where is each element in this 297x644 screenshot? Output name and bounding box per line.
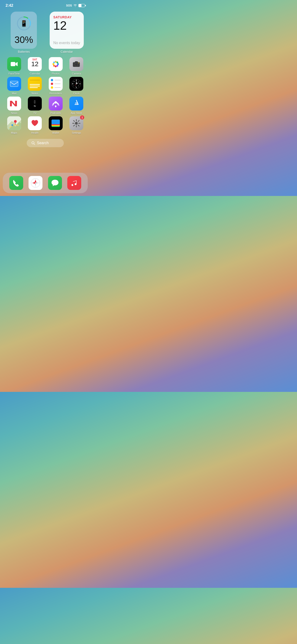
calendar-icon: SAT 12 [28,57,42,71]
camera-icon [69,57,83,71]
app-podcasts[interactable]: Podcasts [45,96,66,114]
battery-ring: 📱 [16,15,32,32]
appstore-icon [69,96,83,110]
news-label: News [11,112,17,114]
appstore-label: App Store [71,112,82,114]
svg-rect-3 [11,62,15,66]
app-settings[interactable]: 1 Settings [66,116,87,134]
search-label: Search [37,141,49,145]
app-health[interactable]: Health [24,116,45,134]
svg-point-33 [14,120,17,123]
calendar-widget[interactable]: SATURDAY 12 No events today [50,12,84,49]
sos-indicator: SOS [66,4,72,7]
app-maps[interactable]: Maps [4,116,24,134]
widgets-row: 📱 30% Batteries SATURDAY 12 No events to… [0,10,90,56]
svg-text:10: 10 [73,81,75,82]
svg-rect-9 [10,81,18,86]
battery-fill [79,4,81,7]
maps-label: Maps [11,132,17,134]
svg-line-45 [78,125,79,126]
podcasts-label: Podcasts [50,112,61,114]
svg-point-54 [35,182,36,184]
messages-icon [48,176,62,190]
svg-rect-38 [51,120,60,124]
app-camera[interactable]: Camera [66,57,87,75]
mail-label: Mail [12,92,16,95]
status-bar: 2:42 SOS [0,0,90,10]
svg-rect-30 [55,106,56,107]
calendar-date: 12 [53,20,80,32]
dock-phone[interactable] [9,176,23,190]
svg-text:7: 7 [73,85,74,86]
search-bar[interactable]: Search [27,139,64,147]
reminders-icon [49,77,63,91]
calendar-app-label: Calendar [30,72,40,75]
svg-text:4: 4 [78,85,79,86]
health-label: Health [31,132,38,134]
app-notes[interactable]: Notes [24,77,45,95]
app-tv[interactable]:  tv TV [24,96,45,114]
svg-point-27 [76,83,77,84]
search-bar-container: Search [0,135,90,150]
facetime-icon [7,57,21,71]
app-mail[interactable]: Mail [4,77,24,95]
facetime-label: FaceTime [8,72,20,75]
battery-percent: 30% [14,34,33,45]
app-photos[interactable]: Photos [45,57,66,75]
search-icon [31,141,35,145]
svg-text:9: 9 [73,83,73,84]
phone-icon [9,176,23,190]
mail-icon [7,77,21,91]
app-grid: FaceTime SAT 12 Calendar [0,56,90,135]
wallet-label: Wallet [52,132,59,134]
app-clock[interactable]: 12 1 3 4 6 7 9 10 Clock [66,77,87,95]
svg-text:1: 1 [78,81,79,82]
calendar-day: SATURDAY [53,15,80,19]
svg-text:6: 6 [76,86,76,87]
status-time: 2:42 [5,3,13,8]
health-icon [28,116,42,130]
dock [3,173,88,193]
svg-line-49 [34,144,35,145]
news-icon [7,96,21,110]
reminders-dots [49,78,62,90]
svg-point-8 [78,63,79,64]
dock-music[interactable] [67,176,81,190]
phone-battery-icon: 📱 [20,20,28,27]
podcasts-icon [49,96,63,110]
svg-point-7 [76,64,77,65]
svg-text:12: 12 [76,80,77,82]
app-wallet[interactable]: Wallet [45,116,66,134]
settings-badge: 1 [80,116,84,120]
svg-point-39 [75,122,78,125]
status-icons: SOS [66,4,85,7]
clock-icon: 12 1 3 4 6 7 9 10 [69,77,83,91]
wifi-icon [73,4,77,7]
calendar-label: Calendar [60,50,73,54]
batteries-label: Batteries [18,50,30,54]
clock-label: Clock [73,92,80,95]
svg-line-46 [78,120,79,122]
safari-icon [28,176,42,190]
photos-label: Photos [52,72,60,75]
app-appstore[interactable]: App Store [66,96,87,114]
music-icon [67,176,81,190]
app-reminders[interactable]: Reminders [45,77,66,95]
notes-icon [28,77,42,91]
camera-label: Camera [72,72,81,75]
tv-label: TV [33,112,36,114]
battery-icon [78,4,85,7]
calendar-no-events: No events today [53,41,80,45]
app-calendar[interactable]: SAT 12 Calendar [24,57,45,75]
tv-icon:  tv [28,96,42,110]
dock-safari[interactable] [28,176,42,190]
svg-line-47 [73,125,74,126]
svg-text:3: 3 [79,83,80,84]
batteries-widget[interactable]: 📱 30% [11,12,37,49]
dock-messages[interactable] [48,176,62,190]
app-facetime[interactable]: FaceTime [4,57,24,75]
app-news[interactable]: News [4,96,24,114]
svg-line-44 [73,120,74,122]
settings-label: Settings [72,132,81,134]
photos-icon [49,57,63,71]
